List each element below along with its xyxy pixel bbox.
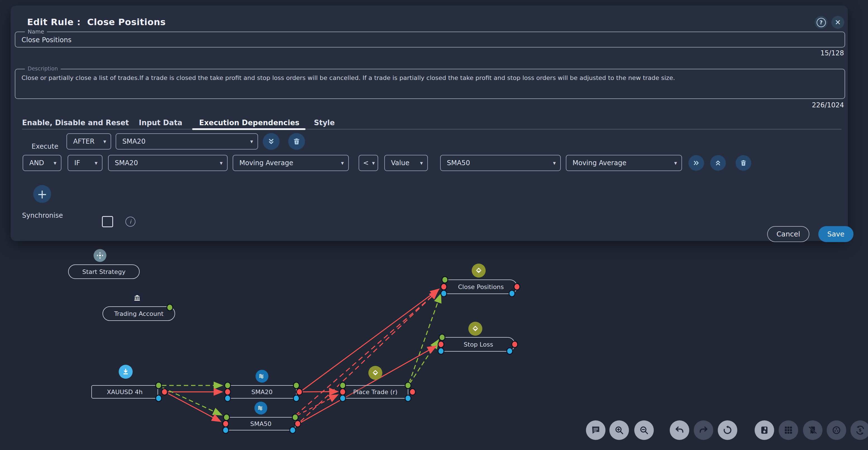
port-red[interactable] — [161, 388, 168, 395]
add-condition-button[interactable]: + — [33, 185, 51, 203]
notes-off-button[interactable] — [803, 420, 823, 440]
port-red[interactable] — [438, 341, 444, 348]
left-source-dropdown[interactable]: SMA20 ▾ — [108, 155, 227, 171]
reset-view-button[interactable] — [718, 420, 737, 440]
port-blue[interactable] — [405, 395, 411, 402]
grid-icon — [783, 425, 794, 435]
port-blue[interactable] — [506, 347, 513, 355]
port-red[interactable] — [512, 341, 518, 348]
node-label: Start Strategy — [83, 268, 126, 275]
info-icon[interactable]: i — [125, 217, 135, 227]
tab-enable-disable-reset[interactable]: Enable, Disable and Reset — [22, 118, 129, 130]
coin-button[interactable] — [827, 420, 846, 440]
synchronise-checkbox[interactable] — [102, 216, 113, 227]
tab-input-data[interactable]: Input Data — [139, 118, 182, 130]
name-input[interactable] — [21, 32, 840, 48]
chevron-down-icon: ▾ — [341, 160, 344, 166]
comment-button[interactable] — [586, 420, 606, 440]
port-green[interactable] — [405, 382, 411, 389]
left-value-dropdown[interactable]: Moving Average ▾ — [232, 155, 349, 171]
dropdown-value: AND — [29, 159, 44, 167]
port-blue[interactable] — [155, 395, 162, 402]
save-canvas-button[interactable] — [754, 420, 774, 440]
redo-button[interactable] — [694, 420, 713, 440]
zoom-out-button[interactable] — [634, 420, 654, 440]
node-stop-loss[interactable]: Stop Loss — [442, 337, 515, 351]
port-green[interactable] — [166, 304, 173, 311]
port-blue[interactable] — [289, 426, 296, 434]
double-chevron-right-icon — [692, 159, 700, 167]
port-blue[interactable] — [440, 290, 447, 297]
diamond-icon[interactable] — [472, 263, 486, 278]
compare-kind-dropdown[interactable]: Value ▾ — [384, 155, 428, 171]
save-button[interactable]: Save — [818, 226, 854, 242]
help-button[interactable]: ? — [815, 16, 828, 29]
port-green[interactable] — [439, 334, 445, 341]
port-blue[interactable] — [224, 395, 231, 402]
delete-condition-button[interactable] — [736, 155, 751, 171]
delete-execute-button[interactable] — [288, 133, 305, 150]
node-trading-account[interactable]: Trading Account — [102, 306, 175, 321]
port-blue[interactable] — [438, 347, 444, 355]
trash-icon — [293, 138, 301, 145]
description-input[interactable]: Close or partially close a list of trade… — [21, 73, 840, 98]
node-label: XAUUSD 4h — [107, 389, 143, 395]
download-icon[interactable] — [119, 365, 133, 379]
dropdown-value: Value — [391, 159, 409, 167]
undo-button[interactable] — [670, 420, 689, 440]
node-start-strategy[interactable]: Start Strategy — [68, 264, 140, 279]
node-close-positions[interactable]: Close Positions — [444, 280, 517, 294]
tab-execution-dependencies[interactable]: Execution Dependencies — [199, 118, 300, 130]
port-green[interactable] — [441, 276, 448, 283]
dropdown-value: AFTER — [73, 138, 94, 145]
indent-condition-button[interactable] — [688, 155, 704, 171]
waves-icon[interactable] — [254, 402, 267, 415]
plus-icon: + — [37, 187, 48, 201]
right-source-dropdown[interactable]: SMA50 ▾ — [440, 155, 561, 171]
zoom-in-icon — [614, 425, 624, 435]
zoom-in-button[interactable] — [610, 420, 629, 440]
execute-trigger-dropdown[interactable]: AFTER ▾ — [66, 133, 111, 149]
description-char-counter: 226/1024 — [771, 101, 844, 109]
name-field-wrapper: Name — [15, 32, 845, 48]
node-sma20[interactable]: SMA20 — [227, 385, 297, 399]
node-sma50[interactable]: SMA50 — [226, 417, 296, 430]
right-value-dropdown[interactable]: Moving Average ▾ — [566, 155, 682, 171]
tab-style[interactable]: Style — [314, 118, 335, 130]
operator-dropdown[interactable]: < ▾ — [359, 155, 378, 171]
node-place-trade[interactable]: Place Trade (r) — [342, 385, 408, 399]
condition-kind-dropdown[interactable]: IF ▾ — [68, 155, 102, 171]
chevron-down-icon: ▾ — [54, 160, 56, 166]
port-green[interactable] — [293, 382, 300, 389]
diamond-icon[interactable] — [468, 322, 482, 336]
diamond-icon[interactable] — [368, 366, 382, 380]
grid-button[interactable] — [779, 420, 798, 440]
execute-source-dropdown[interactable]: SMA20 ▾ — [116, 133, 258, 149]
port-green[interactable] — [155, 382, 162, 389]
port-green[interactable] — [223, 414, 230, 421]
expand-all-button[interactable] — [263, 133, 280, 150]
bank-icon[interactable] — [131, 291, 144, 304]
port-red[interactable] — [409, 388, 416, 395]
port-red[interactable] — [294, 420, 301, 427]
port-red[interactable] — [514, 283, 520, 290]
port-blue[interactable] — [508, 290, 515, 297]
cancel-button[interactable]: Cancel — [767, 226, 809, 242]
port-red[interactable] — [296, 388, 303, 395]
move-icon[interactable] — [94, 249, 106, 262]
logic-dropdown[interactable]: AND ▾ — [23, 155, 61, 171]
port-red[interactable] — [440, 283, 447, 290]
waves-icon[interactable] — [255, 370, 269, 383]
node-label: Trading Account — [114, 310, 164, 317]
collapse-condition-button[interactable] — [710, 155, 726, 171]
close-button[interactable]: ✕ — [831, 16, 844, 29]
node-xauusd-4h[interactable]: XAUUSD 4h — [91, 385, 158, 399]
port-blue[interactable] — [339, 395, 346, 402]
port-blue[interactable] — [293, 395, 300, 402]
chevron-down-icon: ▾ — [372, 160, 375, 166]
synchronise-label: Synchronise — [22, 212, 63, 219]
currency-sync-button[interactable]: $ — [850, 420, 868, 440]
edges — [162, 289, 441, 423]
port-blue[interactable] — [222, 426, 229, 434]
edit-rule-modal: Edit Rule : Close Positions ? ✕ Name 15/… — [10, 6, 848, 241]
